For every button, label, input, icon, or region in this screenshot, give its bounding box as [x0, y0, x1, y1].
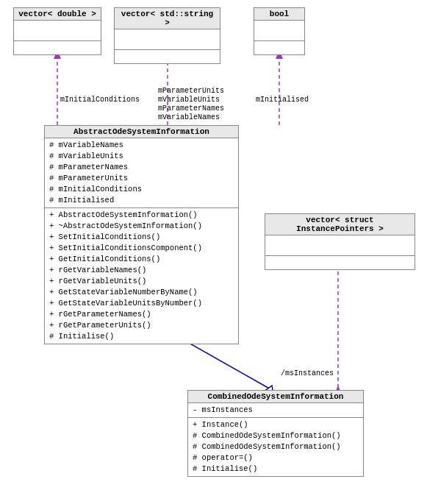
vector-instance-label: vector< struct InstancePointers > [296, 216, 384, 233]
vector-instance-section1 [265, 235, 415, 256]
bool-section1 [254, 21, 304, 41]
combined-header: CombinedOdeSystemInformation [188, 391, 363, 403]
attr-mvariableunits: # mVariableUnits [49, 151, 234, 162]
abstract-header: AbstractOdeSystemInformation [45, 126, 238, 138]
bool-box: bool [254, 7, 305, 55]
attr-mparameternames: # mParameterNames [49, 162, 234, 173]
abstract-label: AbstractOdeSystemInformation [73, 127, 209, 136]
method-rgetvariablenames: + rGetVariableNames() [49, 265, 234, 276]
label-minitialconditions: mInitialConditions [60, 96, 140, 104]
vector-string-box: vector< std::string > [114, 7, 220, 64]
label-minitialised: mInitialised [256, 96, 309, 104]
combined-methods: + Instance() # CombinedOdeSystemInformat… [188, 418, 363, 476]
attr-minitialconditions: # mInitialConditions [49, 184, 234, 195]
vector-double-section1 [14, 21, 101, 41]
method-setinitial: + SetInitialConditions() [49, 232, 234, 243]
method-getstatenumber: + GetStateVariableNumberByName() [49, 287, 234, 298]
label-msinstances: /msInstances [281, 369, 334, 377]
bool-section2 [254, 41, 304, 54]
attr-mparameterunits: # mParameterUnits [49, 173, 234, 184]
vector-string-section2 [115, 50, 220, 63]
vector-string-header: vector< std::string > [115, 8, 220, 29]
combined-label: CombinedOdeSystemInformation [208, 392, 344, 401]
vector-instance-box: vector< struct InstancePointers > [265, 213, 415, 270]
combined-attributes: - msInstances [188, 403, 363, 418]
combined-method-initialise: # Initialise() [193, 464, 359, 475]
method-getinitial: + GetInitialConditions() [49, 254, 234, 265]
label-mvariableunits: mVariableUnits [158, 96, 220, 104]
vector-instance-section2 [265, 256, 415, 269]
method-initialise: # Initialise() [49, 331, 234, 342]
combined-attr-msinstances: - msInstances [193, 405, 359, 416]
combined-box: CombinedOdeSystemInformation - msInstanc… [187, 390, 364, 477]
abstract-attributes: # mVariableNames # mVariableUnits # mPar… [45, 138, 238, 208]
method-rgetparamnames: + rGetParameterNames() [49, 309, 234, 320]
label-mvariablenames: mVariableNames [158, 113, 220, 121]
vector-double-header: vector< double > [14, 8, 101, 21]
diagram-container: vector< double > vector< std::string > b… [0, 0, 427, 504]
vector-double-label: vector< double > [18, 10, 96, 18]
combined-method-constructor1: # CombinedOdeSystemInformation() [193, 430, 359, 441]
vector-double-section2 [14, 41, 101, 54]
method-rgetparamunits: + rGetParameterUnits() [49, 320, 234, 331]
method-setinitialcomp: + SetInitialConditionsComponent() [49, 243, 234, 254]
vector-string-section1 [115, 29, 220, 50]
bool-label: bool [270, 10, 289, 18]
combined-method-constructor2: # CombinedOdeSystemInformation() [193, 441, 359, 452]
abstract-box: AbstractOdeSystemInformation # mVariable… [44, 125, 239, 344]
vector-instance-header: vector< struct InstancePointers > [265, 214, 415, 235]
method-constructor: + AbstractOdeSystemInformation() [49, 210, 234, 221]
combined-method-instance: + Instance() [193, 419, 359, 430]
method-rgetvariableunits: + rGetVariableUnits() [49, 276, 234, 287]
abstract-methods: + AbstractOdeSystemInformation() + ~Abst… [45, 208, 238, 344]
label-mparameternames: mParameterNames [158, 104, 224, 113]
vector-string-label: vector< std::string > [121, 10, 213, 27]
method-destructor: + ~AbstractOdeSystemInformation() [49, 221, 234, 232]
attr-mvariablenames: # mVariableNames [49, 140, 234, 151]
method-getstateunits: + GetStateVariableUnitsByNumber() [49, 298, 234, 309]
vector-double-box: vector< double > [13, 7, 101, 55]
combined-method-operator: # operator=() [193, 452, 359, 464]
attr-minitialised: # mInitialised [49, 195, 234, 206]
label-mparameterunits: mParameterUnits [158, 87, 224, 95]
bool-header: bool [254, 8, 304, 21]
